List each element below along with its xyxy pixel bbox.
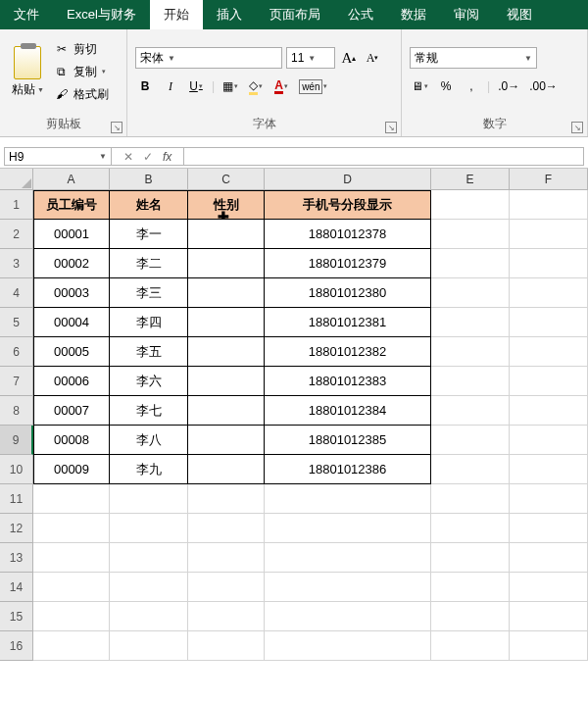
cell-D6[interactable]: 18801012382 [265,337,431,367]
confirm-icon[interactable]: ✓ [143,150,153,164]
cell-D14[interactable] [265,573,431,602]
cell-D11[interactable] [265,484,431,514]
row-header-1[interactable]: 1 [0,190,33,220]
decrease-font-button[interactable]: A▾ [363,48,382,68]
row-header-2[interactable]: 2 [0,220,33,249]
cell-E2[interactable] [431,220,510,249]
cells-area[interactable]: 员工编号姓名性别✚手机号分段显示00001李一1880101237800002李… [33,190,588,661]
tab-文件[interactable]: 文件 [0,0,53,29]
cell-E13[interactable] [431,543,510,573]
cell-C7[interactable] [188,367,265,396]
cell-E12[interactable] [431,514,510,543]
increase-decimal-button[interactable]: .0→ [496,76,521,96]
cell-C8[interactable] [188,396,265,426]
cell-B5[interactable]: 李四 [110,308,188,337]
tab-视图[interactable]: 视图 [493,0,546,29]
row-header-16[interactable]: 16 [0,631,33,661]
cell-D1[interactable]: 手机号分段显示 [265,190,431,220]
cell-F14[interactable] [510,573,588,602]
cell-B9[interactable]: 李八 [110,426,188,455]
cell-F13[interactable] [510,543,588,573]
cell-B8[interactable]: 李七 [110,396,188,426]
cut-button[interactable]: ✂剪切 [54,41,109,58]
cell-C3[interactable] [188,249,265,278]
cell-F11[interactable] [510,484,588,514]
cell-F2[interactable] [510,220,588,249]
cell-F10[interactable] [510,455,588,484]
cell-A16[interactable] [33,631,110,661]
bold-button[interactable]: B [135,76,155,96]
dialog-launcher-icon[interactable]: ↘ [111,122,122,133]
copy-button[interactable]: ⧉复制▾ [54,64,109,80]
phonetic-button[interactable]: wén▾ [297,76,329,96]
cell-D9[interactable]: 18801012385 [265,426,431,455]
row-header-7[interactable]: 7 [0,367,33,396]
cell-C11[interactable] [188,484,265,514]
cell-C14[interactable] [188,573,265,602]
cell-E10[interactable] [431,455,510,484]
fill-color-button[interactable]: ◇▾ [246,76,266,96]
cell-B16[interactable] [110,631,188,661]
cell-B14[interactable] [110,573,188,602]
tab-页面布局[interactable]: 页面布局 [256,0,334,29]
number-format-combo[interactable]: 常规▼ [410,47,537,69]
row-header-10[interactable]: 10 [0,455,33,484]
font-size-combo[interactable]: 11▼ [286,47,335,69]
select-all-corner[interactable] [0,169,33,190]
cell-E15[interactable] [431,602,510,631]
tab-审阅[interactable]: 审阅 [440,0,493,29]
tab-数据[interactable]: 数据 [387,0,440,29]
cell-C12[interactable] [188,514,265,543]
cell-E16[interactable] [431,631,510,661]
name-box[interactable]: ▼ [4,147,112,166]
cell-E11[interactable] [431,484,510,514]
row-header-6[interactable]: 6 [0,337,33,367]
cell-A15[interactable] [33,602,110,631]
cell-A6[interactable]: 00005 [33,337,110,367]
border-button[interactable]: ▦▾ [220,76,240,96]
row-header-14[interactable]: 14 [0,573,33,602]
row-header-12[interactable]: 12 [0,514,33,543]
cell-B4[interactable]: 李三 [110,278,188,308]
cell-E6[interactable] [431,337,510,367]
col-header-F[interactable]: F [510,169,588,190]
chevron-down-icon[interactable]: ▼ [99,152,107,161]
cell-B15[interactable] [110,602,188,631]
dialog-launcher-icon[interactable]: ↘ [385,122,397,133]
cell-F1[interactable] [510,190,588,220]
tab-公式[interactable]: 公式 [334,0,387,29]
cell-F16[interactable] [510,631,588,661]
cell-D12[interactable] [265,514,431,543]
cell-A10[interactable]: 00009 [33,455,110,484]
cell-D2[interactable]: 18801012378 [265,220,431,249]
cell-B2[interactable]: 李一 [110,220,188,249]
row-header-3[interactable]: 3 [0,249,33,278]
row-header-15[interactable]: 15 [0,602,33,631]
cell-B10[interactable]: 李九 [110,455,188,484]
cell-E7[interactable] [431,367,510,396]
cell-B11[interactable] [110,484,188,514]
cell-A11[interactable] [33,484,110,514]
col-header-C[interactable]: C [188,169,265,190]
underline-button[interactable]: U▾ [186,76,206,96]
cell-E3[interactable] [431,249,510,278]
row-header-13[interactable]: 13 [0,543,33,573]
italic-button[interactable]: I [161,76,180,96]
cell-C10[interactable] [188,455,265,484]
tab-开始[interactable]: 开始 [150,0,203,29]
col-header-E[interactable]: E [431,169,510,190]
row-header-5[interactable]: 5 [0,308,33,337]
name-box-input[interactable] [9,150,77,164]
font-color-button[interactable]: A▾ [271,76,291,96]
cell-C1[interactable]: 性别✚ [188,190,265,220]
cell-C2[interactable] [188,220,265,249]
accounting-format-button[interactable]: 🖥▾ [410,76,430,96]
cell-A7[interactable]: 00006 [33,367,110,396]
cell-B3[interactable]: 李二 [110,249,188,278]
cell-F8[interactable] [510,396,588,426]
cancel-icon[interactable]: ✕ [123,150,133,164]
fx-icon[interactable]: fx [163,150,172,164]
dialog-launcher-icon[interactable]: ↘ [571,122,583,133]
cell-F4[interactable] [510,278,588,308]
cell-C4[interactable] [188,278,265,308]
